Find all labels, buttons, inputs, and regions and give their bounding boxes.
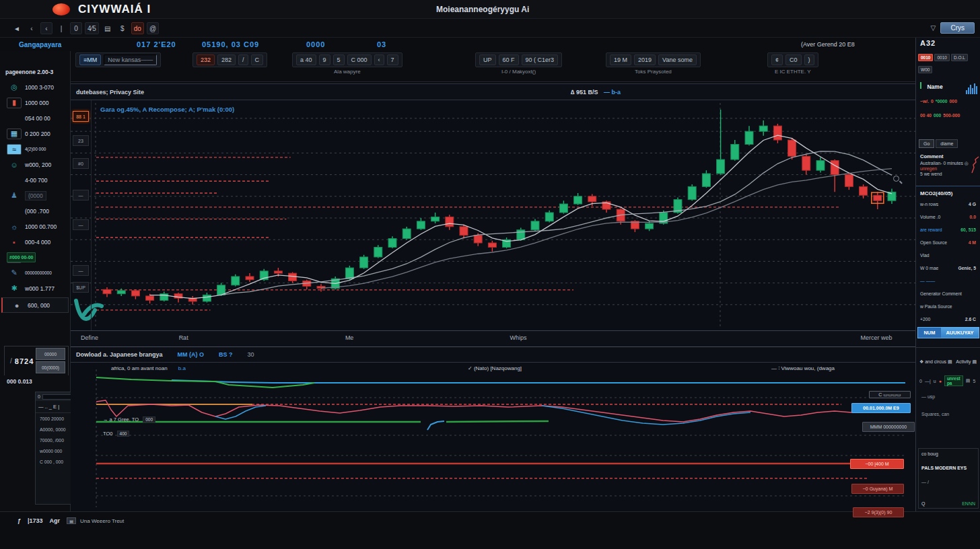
chart-tool-button[interactable]: —: [73, 190, 89, 200]
menu-item[interactable]: 70000, /000: [36, 435, 73, 445]
toolbar-button[interactable]: ≡MM: [79, 54, 101, 65]
order-toolbar-icon[interactable]: 5: [973, 379, 975, 383]
buy-sell-bar[interactable]: NUM AUUKUYAY: [917, 327, 979, 338]
chart-tool-button[interactable]: —: [73, 219, 89, 230]
info-box-foot-left[interactable]: Q: [921, 501, 925, 506]
doc-icon[interactable]: 0: [70, 22, 82, 34]
autotrade-icon[interactable]: do: [131, 22, 144, 34]
chart-tool-button[interactable]: —: [73, 265, 89, 276]
menu-item[interactable]: C 000 , 000: [36, 456, 73, 467]
toolbar-button[interactable]: UP: [479, 54, 496, 65]
toolbar-button[interactable]: ¢: [771, 54, 783, 65]
order-button[interactable]: W00: [918, 66, 932, 73]
stat-row[interactable]: W 0 maeGenie, 5: [916, 262, 980, 274]
order-button[interactable]: 0010: [934, 54, 949, 61]
dollar-icon[interactable]: $: [116, 22, 129, 34]
connect-button[interactable]: Crys: [940, 22, 975, 34]
orders-header-right[interactable]: Activity ▤: [956, 359, 977, 365]
toolbar-button[interactable]: 5: [333, 54, 345, 65]
toolbar-button[interactable]: 19 M: [610, 54, 631, 65]
alert-badge-field[interactable]: C ▭▭▭▭: [869, 391, 911, 398]
watchlist-item[interactable]: ☼1000 00.700: [0, 219, 70, 234]
toolbar-button[interactable]: 232: [197, 54, 215, 65]
stat-row[interactable]: +2002.6 C: [916, 313, 980, 326]
toolbar-button[interactable]: a 40: [296, 54, 316, 65]
sell-order-button[interactable]: 0010: [918, 54, 933, 61]
toolbar-button[interactable]: 9: [319, 54, 330, 65]
back-all-icon[interactable]: ◄: [11, 22, 23, 34]
toolbar-button[interactable]: 2019: [634, 54, 656, 65]
toolbar-button[interactable]: ): [804, 54, 814, 65]
stat-row[interactable]: Open Source4 M: [916, 236, 980, 249]
watchlist-item[interactable]: ☺w000, 200: [0, 157, 70, 172]
alert-badge-darkred[interactable]: ~0 Guyana) M: [851, 484, 904, 494]
candlestick-chart[interactable]: Gara og.45%, A Recompose; A; P'mak (0:00…: [71, 100, 915, 330]
summary-row[interactable]: / 8724 00000 00(0000): [4, 346, 69, 375]
toolbar-button[interactable]: ‹: [374, 54, 384, 65]
stat-row[interactable]: Volume .00.0: [916, 211, 980, 223]
dropdown-header[interactable]: 0: [36, 392, 73, 401]
watchlist-item[interactable]: ▪000-4 000: [0, 234, 70, 250]
buy-button[interactable]: AUUKUYAY: [941, 328, 979, 338]
chevron-left-icon[interactable]: ‹: [40, 22, 53, 34]
watchlist-item[interactable]: 4-00 700: [0, 172, 70, 188]
chart-tool-button[interactable]: 23: [73, 135, 89, 146]
menu-item[interactable]: A0000, 0000: [36, 424, 73, 435]
indicator-link-2[interactable]: BS ?: [219, 351, 233, 358]
ratio-icon[interactable]: 4⁄5: [85, 22, 99, 34]
toolbar-button[interactable]: 60 F: [499, 54, 519, 65]
toolbar-button[interactable]: 90 ( C1er3: [522, 54, 559, 65]
stat-row[interactable]: w Paula Source: [916, 300, 980, 313]
watchlist-item[interactable]: ◎1000 3-070: [0, 79, 70, 95]
menu-item[interactable]: w0000 000: [36, 445, 73, 456]
indicator-link-1[interactable]: MM (A) O: [178, 351, 205, 358]
stat-row[interactable]: Vlad: [916, 249, 980, 262]
right-panel-tab-diame[interactable]: diame: [936, 139, 958, 148]
toolbar-button[interactable]: Vane some: [658, 54, 697, 65]
toolbar-button[interactable]: 7: [387, 54, 398, 65]
watchlist-item[interactable]: ✎00000000000: [0, 265, 70, 281]
chart-tool-button[interactable]: 88 1: [73, 111, 89, 122]
at-icon[interactable]: @: [147, 22, 159, 34]
alert-badge-gray[interactable]: MMM 000000000: [862, 422, 915, 432]
watchlist-item[interactable]: ▮#000 00-00: [0, 250, 70, 265]
indicator-sub-link[interactable]: b.a: [178, 365, 186, 371]
chart-tool-button[interactable]: $UP: [73, 282, 89, 293]
order-toolbar-icon[interactable]: u: [934, 379, 936, 383]
watchlist-item[interactable]: 054 00 00: [0, 110, 70, 126]
sell-button[interactable]: NUM: [918, 328, 941, 338]
orders-header-left[interactable]: ❖ and circus ▤: [919, 359, 952, 365]
watchlist-item[interactable]: ♟(0000: [0, 188, 70, 203]
toolbar-button[interactable]: New kansas——: [104, 54, 157, 65]
summary-button-1[interactable]: 00000: [36, 348, 65, 360]
order-button[interactable]: D.O.L: [951, 54, 968, 61]
watchlist-item[interactable]: ✱w000 1.777: [0, 281, 70, 296]
chart-tool-button[interactable]: #0: [73, 158, 89, 169]
watchlist-item[interactable]: ●600, 000: [1, 297, 69, 313]
stat-row[interactable]: are reward60, 515: [916, 223, 980, 236]
watchlist-item[interactable]: ▮1000 000: [0, 95, 70, 110]
watchlist-item[interactable]: (000 .700: [0, 203, 70, 219]
stat-row[interactable]: — ——: [916, 274, 980, 287]
stat-row[interactable]: Generator Comment: [916, 287, 980, 300]
right-panel-tab-Go[interactable]: Go: [919, 139, 934, 148]
watchlist-item[interactable]: ▦0 200 200: [0, 126, 70, 141]
order-toolbar-icon[interactable]: —|: [925, 379, 931, 383]
cursor-icon[interactable]: |: [55, 22, 67, 34]
alert-badge-red[interactable]: ~00 |400 M: [850, 459, 904, 469]
toolbar-button[interactable]: C0: [785, 54, 802, 65]
order-toolbar-icon[interactable]: ▤: [966, 378, 971, 383]
order-toolbar-icon[interactable]: 0: [919, 379, 922, 383]
dropdown-row[interactable]: — .. _ E |: [36, 401, 73, 413]
alert-badge-blue[interactable]: 00.01.000.0M E9: [851, 403, 911, 413]
back-icon[interactable]: ‹: [26, 22, 38, 34]
toolbar-button[interactable]: 282: [217, 54, 236, 65]
watchlist-item[interactable]: ≈4(2)00 000: [0, 141, 70, 157]
info-box-foot-right[interactable]: ENNN: [962, 501, 975, 506]
tray-icon[interactable]: ▽: [927, 22, 939, 34]
indicator-chart[interactable]: africa, 0 am avant noan b.a ✓ (Nato) [Na…: [71, 363, 915, 511]
layers-icon[interactable]: ▤: [102, 22, 114, 34]
status-badge[interactable]: unrest pa: [944, 375, 963, 386]
chart-header-link[interactable]: — b-a: [604, 89, 621, 96]
toolbar-button[interactable]: /: [238, 54, 248, 65]
